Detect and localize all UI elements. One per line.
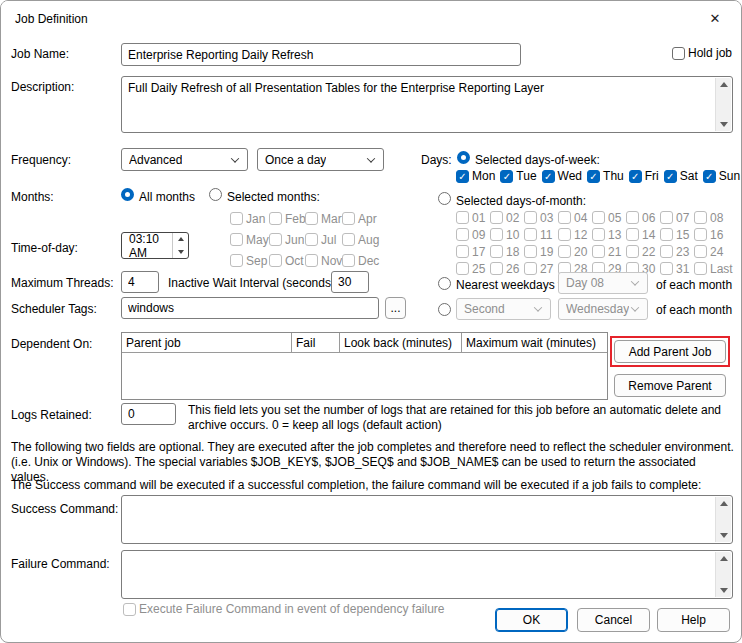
day-of-month-checkbox[interactable]: 25 <box>456 262 490 276</box>
remove-parent-button[interactable]: Remove Parent <box>614 374 726 397</box>
time-of-day-spinner[interactable]: 03:10 AM <box>121 232 189 259</box>
day-of-month-checkbox[interactable]: 08 <box>694 211 728 225</box>
help-button[interactable]: Help <box>657 608 730 632</box>
day-of-month-checkbox[interactable]: 04 <box>558 211 592 225</box>
ordinal-dropdown[interactable]: Second <box>456 298 551 320</box>
day-of-month-checkbox[interactable]: 18 <box>490 245 524 259</box>
day-of-month-label: 09 <box>472 228 485 242</box>
month-label: May <box>246 233 269 247</box>
weekday-checkbox[interactable]: ✓ Tue <box>500 169 536 183</box>
nearest-day-dropdown[interactable]: Day 08 <box>558 272 648 294</box>
checkbox-unchecked-icon <box>456 262 469 275</box>
day-of-month-checkbox[interactable]: 20 <box>558 245 592 259</box>
browse-tags-button[interactable]: ... <box>385 297 406 319</box>
day-of-month-checkbox[interactable]: 10 <box>490 228 524 242</box>
days-of-week-radio[interactable] <box>457 151 470 164</box>
spinner-down-icon[interactable] <box>173 246 188 259</box>
add-parent-job-button[interactable]: Add Parent Job <box>614 340 726 363</box>
weekday-checkbox[interactable]: ✓ Thu <box>587 169 624 183</box>
description-input[interactable]: Full Daily Refresh of all Presentation T… <box>121 76 733 133</box>
day-of-month-checkbox[interactable]: 07 <box>660 211 694 225</box>
day-of-month-checkbox[interactable]: Last <box>694 262 728 276</box>
weekday-checkbox[interactable]: ✓ Sun <box>703 169 740 183</box>
checkbox-unchecked-icon <box>342 254 355 267</box>
weekday-checkbox[interactable]: ✓ Fri <box>629 169 659 183</box>
month-checkbox[interactable]: Oct <box>269 254 305 268</box>
month-checkbox[interactable]: Jun <box>269 233 305 247</box>
scroll-up-icon[interactable] <box>720 501 728 506</box>
day-of-month-checkbox[interactable]: 13 <box>592 228 626 242</box>
day-of-month-checkbox[interactable]: 17 <box>456 245 490 259</box>
hold-job-checkbox[interactable]: Hold job <box>672 46 732 60</box>
frequency-dropdown[interactable]: Advanced <box>121 148 248 171</box>
days-of-month-radio[interactable] <box>438 192 451 205</box>
day-of-month-checkbox[interactable]: 22 <box>626 245 660 259</box>
day-of-month-checkbox[interactable]: 06 <box>626 211 660 225</box>
ordinal-weekday-radio[interactable] <box>438 303 451 316</box>
month-checkbox[interactable]: Nov <box>305 254 342 268</box>
day-of-month-checkbox[interactable]: 26 <box>490 262 524 276</box>
job-name-input[interactable] <box>121 43 521 66</box>
scroll-down-icon[interactable] <box>720 588 728 593</box>
day-of-month-checkbox[interactable]: 27 <box>524 262 558 276</box>
scrollbar[interactable] <box>715 78 731 131</box>
day-of-month-checkbox[interactable]: 31 <box>660 262 694 276</box>
day-of-month-label: 16 <box>710 228 723 242</box>
day-of-month-checkbox[interactable]: 12 <box>558 228 592 242</box>
weekday-checkbox[interactable]: ✓ Mon <box>456 169 495 183</box>
inactive-wait-input[interactable] <box>331 271 369 293</box>
nearest-weekdays-radio[interactable] <box>438 277 451 290</box>
weekday-dropdown[interactable]: Wednesday <box>558 298 648 320</box>
day-of-month-checkbox[interactable]: 09 <box>456 228 490 242</box>
day-of-month-checkbox[interactable]: 19 <box>524 245 558 259</box>
scroll-down-icon[interactable] <box>720 533 728 538</box>
logs-retained-input[interactable] <box>121 403 176 425</box>
day-of-month-checkbox[interactable]: 15 <box>660 228 694 242</box>
day-of-month-checkbox[interactable]: 01 <box>456 211 490 225</box>
day-of-month-checkbox[interactable]: 03 <box>524 211 558 225</box>
weekday-checkbox[interactable]: ✓ Wed <box>542 169 582 183</box>
day-of-month-checkbox[interactable]: 21 <box>592 245 626 259</box>
month-checkbox[interactable]: Dec <box>342 254 380 268</box>
success-command-input[interactable] <box>121 495 733 544</box>
month-checkbox[interactable]: Jan <box>230 212 269 226</box>
month-checkbox[interactable]: Apr <box>342 212 380 226</box>
day-of-month-label: 02 <box>506 211 519 225</box>
max-threads-input[interactable] <box>121 271 159 293</box>
day-of-month-checkbox[interactable]: 11 <box>524 228 558 242</box>
ok-button[interactable]: OK <box>495 608 568 632</box>
day-of-month-checkbox[interactable]: 02 <box>490 211 524 225</box>
close-icon[interactable]: ✕ <box>699 7 731 31</box>
failure-command-input[interactable] <box>121 550 733 599</box>
scroll-up-icon[interactable] <box>720 82 728 87</box>
dependency-failure-checkbox[interactable]: Execute Failure Command in event of depe… <box>123 602 445 616</box>
month-label: Jan <box>246 212 265 226</box>
weekday-checkbox[interactable]: ✓ Sat <box>664 169 698 183</box>
selected-months-radio[interactable] <box>209 188 222 201</box>
day-of-month-checkbox[interactable]: 23 <box>660 245 694 259</box>
spinner-up-icon[interactable] <box>173 233 188 246</box>
day-of-month-label: 01 <box>472 211 485 225</box>
frequency-interval-dropdown[interactable]: Once a day <box>257 148 384 171</box>
month-checkbox[interactable]: Aug <box>342 233 380 247</box>
scroll-up-icon[interactable] <box>720 556 728 561</box>
scrollbar[interactable] <box>715 552 731 597</box>
all-months-radio[interactable] <box>121 188 134 201</box>
day-of-month-checkbox[interactable]: 24 <box>694 245 728 259</box>
all-months-label: All months <box>139 190 195 204</box>
month-checkbox[interactable]: Jul <box>305 233 342 247</box>
day-of-month-checkbox[interactable]: 14 <box>626 228 660 242</box>
scrollbar[interactable] <box>715 497 731 542</box>
month-checkbox[interactable]: Sep <box>230 254 269 268</box>
scroll-down-icon[interactable] <box>720 122 728 127</box>
day-of-month-checkbox[interactable]: 16 <box>694 228 728 242</box>
scheduler-tags-input[interactable] <box>121 297 379 319</box>
checkbox-checked-icon: ✓ <box>587 170 600 183</box>
day-of-month-checkbox[interactable]: 05 <box>592 211 626 225</box>
cancel-button[interactable]: Cancel <box>577 608 650 632</box>
dependent-jobs-table[interactable]: Parent jobFailLook back (minutes)Maximum… <box>121 332 608 400</box>
month-checkbox[interactable]: Feb <box>269 212 305 226</box>
success-command-label: Success Command: <box>11 502 118 516</box>
month-checkbox[interactable]: May <box>230 233 269 247</box>
month-checkbox[interactable]: Mar <box>305 212 342 226</box>
